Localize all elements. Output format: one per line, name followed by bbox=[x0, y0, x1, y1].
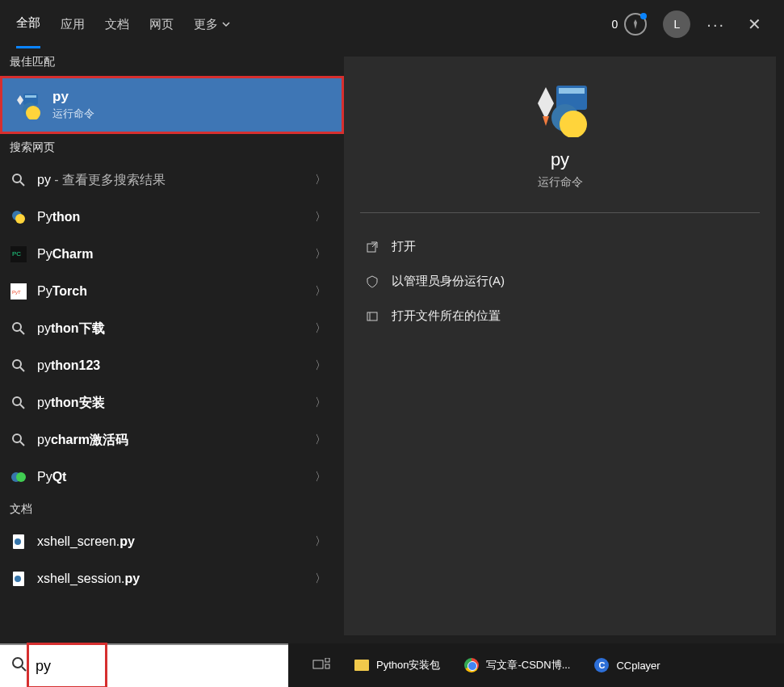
doc-item-xshell-screen[interactable]: xshell_screen.py 〉 bbox=[0, 523, 344, 560]
chevron-right-icon: 〉 bbox=[315, 572, 334, 586]
detail-panel: py 运行命令 打开 以管理员身份运行(A) bbox=[344, 57, 776, 635]
svg-line-35 bbox=[22, 667, 26, 671]
svg-point-34 bbox=[13, 658, 23, 668]
python-icon bbox=[10, 208, 27, 226]
svg-point-7 bbox=[15, 214, 25, 224]
pytorch-icon: PyT bbox=[10, 283, 27, 300]
more-options-button[interactable]: ··· bbox=[706, 15, 725, 34]
search-icon bbox=[10, 431, 27, 449]
rewards-badge-icon bbox=[624, 13, 647, 36]
taskbar: Python安装包 写文章-CSDN博... C CCplayer bbox=[288, 643, 784, 687]
result-item-pytorch[interactable]: PyT PyTorch 〉 bbox=[0, 273, 344, 310]
close-button[interactable]: ✕ bbox=[741, 15, 768, 34]
svg-point-23 bbox=[15, 538, 21, 545]
chevron-right-icon: 〉 bbox=[315, 210, 334, 224]
search-bar[interactable] bbox=[0, 643, 288, 687]
folder-icon bbox=[354, 657, 370, 673]
header-right: 0 L ··· ✕ bbox=[612, 10, 768, 38]
svg-point-25 bbox=[15, 576, 21, 582]
result-label: PyCharm bbox=[37, 247, 93, 262]
folder-icon bbox=[365, 309, 379, 324]
user-avatar[interactable]: L bbox=[663, 10, 690, 38]
result-label: python下载 bbox=[37, 320, 105, 337]
rocket-python-icon bbox=[12, 90, 41, 119]
best-match-header: 最佳匹配 bbox=[0, 48, 344, 76]
tab-web[interactable]: 网页 bbox=[149, 0, 174, 48]
pyfile-icon bbox=[10, 570, 27, 588]
tab-docs[interactable]: 文档 bbox=[105, 0, 129, 48]
header-tabs: 全部 应用 文档 网页 更多 bbox=[16, 0, 231, 48]
chevron-right-icon: 〉 bbox=[315, 396, 334, 410]
taskbar-item-folder[interactable]: Python安装包 bbox=[344, 649, 450, 681]
svg-rect-27 bbox=[559, 88, 585, 94]
action-run-as-admin[interactable]: 以管理员身份运行(A) bbox=[360, 264, 760, 299]
search-icon bbox=[10, 394, 27, 412]
svg-rect-36 bbox=[313, 660, 323, 668]
chevron-right-icon: 〉 bbox=[315, 247, 334, 262]
best-match-title: py bbox=[52, 89, 94, 105]
best-match-subtitle: 运行命令 bbox=[52, 107, 94, 121]
taskbar-item-ccplayer[interactable]: C CCplayer bbox=[584, 649, 669, 681]
pyqt-icon bbox=[10, 468, 27, 486]
tab-more[interactable]: 更多 bbox=[194, 0, 231, 48]
svg-text:PyT: PyT bbox=[12, 290, 21, 295]
svg-rect-38 bbox=[325, 664, 329, 668]
result-item-python-install[interactable]: python安装 〉 bbox=[0, 384, 344, 421]
result-item-pyqt[interactable]: PyQt 〉 bbox=[0, 459, 344, 496]
result-item-pycharm-code[interactable]: pycharm激活码 〉 bbox=[0, 421, 344, 459]
chevron-right-icon: 〉 bbox=[315, 321, 334, 336]
rewards-count: 0 bbox=[612, 18, 618, 31]
result-label: python123 bbox=[37, 358, 100, 373]
detail-rocket-python-icon bbox=[528, 81, 593, 137]
task-view-button[interactable] bbox=[303, 649, 340, 681]
taskbar-item-chrome[interactable]: 写文章-CSDN博... bbox=[454, 649, 580, 681]
chevron-right-icon: 〉 bbox=[315, 433, 334, 447]
chevron-right-icon: 〉 bbox=[315, 470, 334, 484]
doc-item-xshell-session[interactable]: xshell_session.py 〉 bbox=[0, 560, 344, 597]
svg-point-16 bbox=[13, 397, 21, 405]
action-open[interactable]: 打开 bbox=[360, 229, 760, 264]
header-bar: 全部 应用 文档 网页 更多 0 L ··· ✕ bbox=[0, 0, 784, 48]
svg-point-21 bbox=[16, 472, 26, 482]
pycharm-icon: PC bbox=[10, 245, 27, 263]
svg-point-12 bbox=[13, 323, 21, 331]
search-input[interactable] bbox=[36, 658, 108, 675]
result-label: python安装 bbox=[37, 395, 105, 412]
action-open-location[interactable]: 打开文件所在的位置 bbox=[360, 299, 760, 333]
taskbar-label: Python安装包 bbox=[376, 658, 440, 672]
web-search-header: 搜索网页 bbox=[0, 134, 344, 161]
detail-title: py bbox=[551, 149, 569, 170]
result-item-pycharm[interactable]: PC PyCharm 〉 bbox=[0, 236, 344, 273]
tab-apps[interactable]: 应用 bbox=[61, 0, 85, 48]
svg-rect-1 bbox=[25, 95, 36, 98]
result-label: py - 查看更多搜索结果 bbox=[37, 172, 166, 189]
svg-text:PC: PC bbox=[12, 250, 21, 258]
svg-point-14 bbox=[13, 360, 21, 368]
results-panel: 最佳匹配 py 运行命令 搜索网页 bbox=[0, 48, 344, 643]
result-item-py-more[interactable]: py - 查看更多搜索结果 〉 bbox=[0, 161, 344, 199]
result-item-python-download[interactable]: python下载 〉 bbox=[0, 310, 344, 347]
svg-point-18 bbox=[13, 434, 21, 442]
doc-label: xshell_session.py bbox=[37, 572, 140, 586]
chevron-right-icon: 〉 bbox=[315, 534, 334, 549]
best-match-item[interactable]: py 运行命令 bbox=[0, 76, 344, 134]
result-label: PyQt bbox=[37, 470, 66, 484]
detail-subtitle: 运行命令 bbox=[538, 175, 583, 190]
tab-more-label: 更多 bbox=[194, 17, 218, 32]
pyfile-icon bbox=[10, 533, 27, 551]
tab-all[interactable]: 全部 bbox=[16, 0, 40, 48]
svg-line-15 bbox=[20, 367, 24, 371]
result-item-python[interactable]: Python 〉 bbox=[0, 199, 344, 236]
shield-icon bbox=[365, 274, 379, 289]
rewards-indicator[interactable]: 0 bbox=[612, 13, 648, 36]
action-admin-label: 以管理员身份运行(A) bbox=[392, 274, 505, 289]
ccplayer-icon: C bbox=[593, 657, 610, 673]
search-icon bbox=[10, 171, 27, 189]
taskbar-label: 写文章-CSDN博... bbox=[486, 658, 570, 672]
svg-point-4 bbox=[13, 174, 21, 182]
chrome-icon bbox=[463, 657, 480, 673]
action-open-label: 打开 bbox=[392, 239, 416, 254]
result-label: pycharm激活码 bbox=[37, 432, 128, 449]
svg-line-5 bbox=[20, 182, 24, 186]
result-item-python123[interactable]: python123 〉 bbox=[0, 347, 344, 384]
